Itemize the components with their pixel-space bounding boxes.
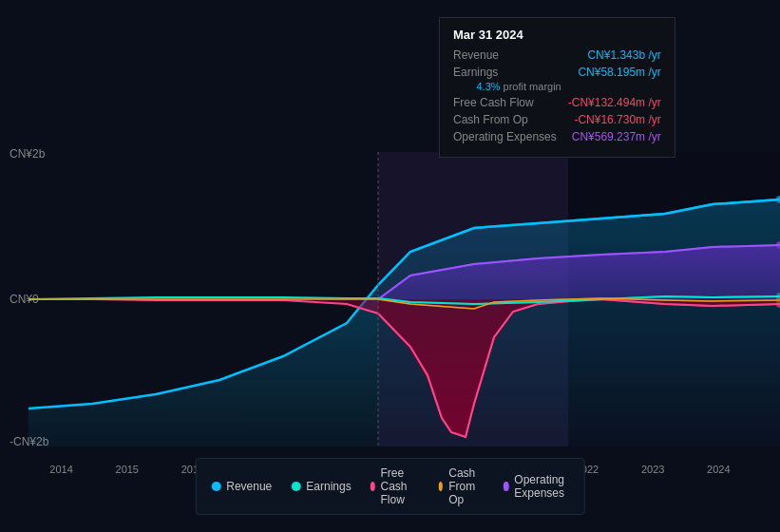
tooltip-date: Mar 31 2024 <box>453 28 661 42</box>
tooltip-cashfromop: Cash From Op -CN¥16.730m /yr <box>453 113 661 126</box>
revenue-value: CN¥1.343b /yr <box>587 48 660 62</box>
tooltip-box: Mar 31 2024 Revenue CN¥1.343b /yr Earnin… <box>439 17 675 158</box>
earnings-value: CN¥58.195m /yr <box>578 66 660 79</box>
x-label-2014: 2014 <box>49 464 72 475</box>
fcf-value: -CN¥132.494m /yr <box>568 96 661 109</box>
cashfromop-value: -CN¥16.730m /yr <box>574 113 660 126</box>
x-label-2015: 2015 <box>116 464 139 475</box>
revenue-label: Revenue <box>453 48 499 62</box>
chart-container: Mar 31 2024 Revenue CN¥1.343b /yr Earnin… <box>0 0 780 532</box>
fcf-label: Free Cash Flow <box>453 96 534 109</box>
legend: Revenue Earnings Free Cash Flow Cash Fro… <box>195 458 585 515</box>
legend-cashfromop[interactable]: Cash From Op <box>438 466 485 506</box>
opex-legend-dot <box>504 482 508 491</box>
opex-legend-label: Operating Expenses <box>514 473 568 500</box>
cashfromop-legend-dot <box>438 482 443 491</box>
revenue-legend-dot <box>211 482 220 491</box>
cashfromop-legend-label: Cash From Op <box>448 466 485 506</box>
earnings-legend-label: Earnings <box>306 480 351 493</box>
tooltip-revenue: Revenue CN¥1.343b /yr <box>453 48 661 62</box>
x-label-2024: 2024 <box>707 464 730 475</box>
legend-earnings[interactable]: Earnings <box>291 480 351 493</box>
opex-value: CN¥569.237m /yr <box>572 130 661 143</box>
tooltip-opex: Operating Expenses CN¥569.237m /yr <box>453 130 661 143</box>
x-label-2023: 2023 <box>641 464 664 475</box>
revenue-legend-label: Revenue <box>226 480 272 493</box>
opex-label: Operating Expenses <box>453 130 557 143</box>
tooltip-fcf: Free Cash Flow -CN¥132.494m /yr <box>453 96 661 109</box>
earnings-label: Earnings <box>453 66 498 79</box>
tooltip-earnings: Earnings CN¥58.195m /yr <box>453 66 661 79</box>
fcf-legend-label: Free Cash Flow <box>381 466 420 506</box>
legend-revenue[interactable]: Revenue <box>211 480 272 493</box>
cashfromop-label: Cash From Op <box>453 113 528 126</box>
legend-fcf[interactable]: Free Cash Flow <box>371 466 420 506</box>
legend-opex[interactable]: Operating Expenses <box>504 473 569 500</box>
profit-margin: 4.3% profit margin <box>453 81 661 92</box>
fcf-legend-dot <box>371 482 375 491</box>
earnings-legend-dot <box>291 482 300 491</box>
